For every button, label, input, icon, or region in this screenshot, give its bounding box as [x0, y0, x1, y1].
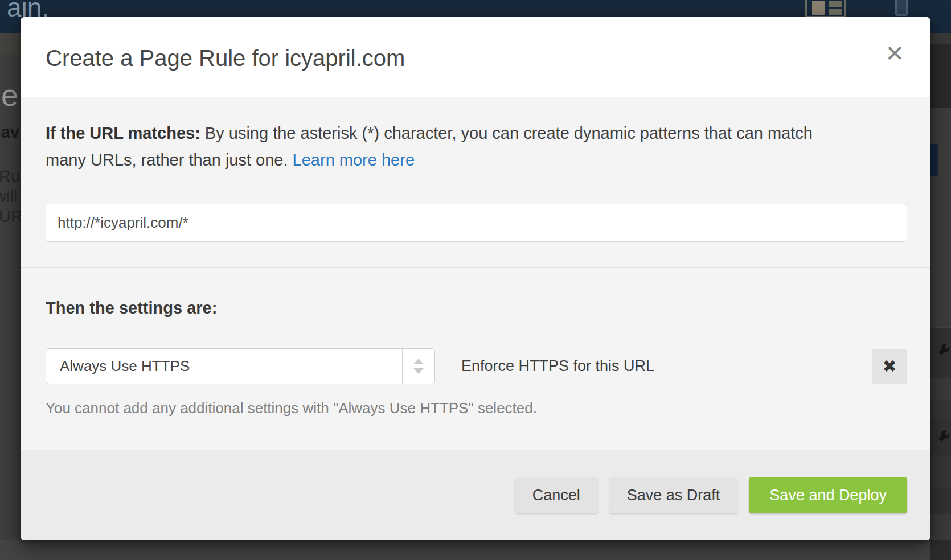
- save-and-deploy-button[interactable]: Save and Deploy: [749, 477, 907, 513]
- background-page-left-edge: e nav Ru will UR: [0, 33, 21, 540]
- url-pattern-input[interactable]: [46, 204, 907, 242]
- background-blue-button-fragment: [930, 144, 938, 176]
- dialog-footer: Cancel Save as Draft Save and Deploy: [21, 450, 930, 540]
- background-text-fragment: Ru: [0, 167, 20, 186]
- url-match-help-text: If the URL matches: By using the asteris…: [46, 120, 844, 174]
- settings-section: Then the settings are: Always Use HTTPS …: [21, 267, 930, 450]
- background-page-right-edge: [930, 33, 951, 540]
- select-caret-zone: [402, 349, 434, 384]
- learn-more-link[interactable]: Learn more here: [293, 151, 415, 169]
- layout-grid-icon: [805, 0, 846, 18]
- cancel-button[interactable]: Cancel: [515, 477, 598, 513]
- background-text-fragment: UR: [0, 207, 21, 226]
- remove-setting-button[interactable]: ✖: [872, 349, 907, 384]
- close-icon[interactable]: ✕: [885, 42, 904, 65]
- remove-icon: ✖: [882, 356, 896, 376]
- create-page-rule-dialog: Create a Page Rule for icyapril.com ✕ If…: [21, 17, 930, 540]
- dialog-header: Create a Page Rule for icyapril.com ✕: [21, 17, 930, 97]
- wrench-icon: [937, 430, 950, 446]
- background-page-bottom-edge: [0, 540, 951, 560]
- select-down-arrow-icon: [413, 368, 424, 374]
- save-as-draft-button[interactable]: Save as Draft: [609, 477, 738, 513]
- setting-select[interactable]: Always Use HTTPS: [46, 348, 435, 384]
- background-page-bottom-right-edge: [930, 540, 951, 560]
- background-text-fragment: will: [0, 187, 17, 206]
- setting-note: You cannot add any additional settings w…: [46, 400, 907, 417]
- setting-select-value: Always Use HTTPS: [60, 349, 190, 384]
- setting-row: Always Use HTTPS Enforce HTTPS for this …: [46, 348, 907, 384]
- background-heading-fragment: e: [1, 77, 18, 113]
- dialog-title: Create a Page Rule for icyapril.com: [46, 46, 405, 71]
- settings-heading: Then the settings are:: [46, 299, 907, 318]
- url-match-label: If the URL matches:: [46, 124, 200, 142]
- topbar-partial-icon: [895, 0, 908, 16]
- wrench-icon: [937, 343, 950, 359]
- url-match-section: If the URL matches: By using the asteris…: [21, 97, 930, 267]
- setting-description: Enforce HTTPS for this URL: [461, 357, 654, 375]
- background-bold-text-fragment: nav: [0, 123, 19, 142]
- select-up-arrow-icon: [413, 359, 424, 364]
